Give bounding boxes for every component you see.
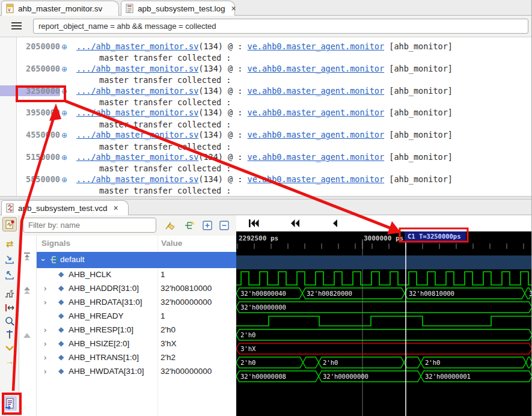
file-link[interactable]: .../ahb_master_monitor.sv	[76, 130, 198, 139]
signal-value: 1	[161, 311, 165, 320]
open-log-link-icon[interactable]	[2, 396, 17, 411]
log-entry[interactable]: 3950000⊕.../ahb_master_monitor.sv(134) @…	[0, 107, 532, 129]
signal-row[interactable]: ›◆AHB_HSIZE[2:0]3'hX	[37, 337, 236, 351]
expand-all-icon[interactable]	[201, 219, 214, 232]
export-signal-icon[interactable]	[2, 268, 17, 283]
cursor-tool-icon[interactable]	[2, 327, 17, 341]
signal-diamond-icon: ◆	[58, 325, 64, 334]
log-entry[interactable]: 4550000⊕.../ahb_master_monitor.sv(134) @…	[0, 129, 532, 151]
log-timestamp[interactable]: 5150000	[0, 151, 60, 162]
waveform-canvas[interactable]: 2292500 ps3000000 ps32'h0080004032'h0082…	[236, 215, 532, 416]
log-timestamp[interactable]: 2050000	[0, 41, 60, 52]
file-link[interactable]: .../ahb_master_monitor.sv	[76, 86, 198, 96]
svg-text:2'h0: 2'h0	[240, 359, 255, 366]
signal-diamond-icon: ◆	[58, 298, 64, 306]
signals-toolbar	[19, 215, 236, 236]
log-timestamp[interactable]: 3250000	[0, 85, 60, 96]
signal-row[interactable]: ›◆AHB_HWDATA[31:0]32'h00000000	[37, 365, 236, 379]
tab-apb-subsystem-test-vcd[interactable]: apb_subsystem_test.vcd ×	[1, 200, 129, 215]
svg-text:3: 3	[529, 290, 532, 297]
chevron-right-icon[interactable]: ›	[44, 284, 46, 293]
signal-row[interactable]: ›◆AHB_HADDR[31:0]32'h00810000	[37, 282, 236, 296]
log-file-icon	[126, 4, 134, 13]
expand-plus-icon[interactable]: ⊕	[61, 153, 67, 162]
close-tab-icon[interactable]: ×	[114, 203, 118, 213]
expand-plus-icon[interactable]: ⊕	[61, 109, 67, 117]
log-timestamp[interactable]: 4550000	[0, 129, 60, 140]
tab-apb-subsystem-test-log[interactable]: apb_subsystem_test.log ×	[121, 1, 235, 16]
tab-ahb-master-monitor[interactable]: v ahb_master_monitor.sv	[1, 1, 119, 16]
zoom-selection-icon[interactable]	[2, 314, 17, 328]
log-filter-input[interactable]	[33, 19, 528, 34]
scroll-up-icon[interactable]	[22, 286, 32, 297]
close-tab-icon[interactable]: ×	[231, 4, 236, 13]
menu-icon[interactable]	[11, 22, 22, 30]
sync-arrows-icon[interactable]: ⇄	[2, 237, 17, 251]
log-entry-detail: master transfer collected :	[0, 141, 532, 152]
chevron-down-icon[interactable]: ⌄	[40, 254, 46, 263]
svg-text:3000000 ps: 3000000 ps	[364, 234, 403, 242]
expand-plus-icon[interactable]: ⊕	[61, 65, 67, 73]
file-link[interactable]: .../ahb_master_monitor.sv	[76, 152, 198, 162]
signal-row[interactable]: ◆AHB_HREADY1	[37, 310, 236, 323]
hierarchy-link[interactable]: ve.ahb0.master_agent.monitor	[248, 130, 385, 139]
collapse-all-icon[interactable]	[218, 219, 231, 232]
expand-plus-icon[interactable]: ⊕	[61, 131, 67, 139]
log-entry[interactable]: 5150000⊕.../ahb_master_monitor.sv(134) @…	[0, 151, 532, 174]
signal-filter-input[interactable]	[23, 218, 156, 233]
hierarchy-link[interactable]: ve.ahb0.master_agent.monitor	[248, 41, 385, 51]
signal-rows: ⌄default◆AHB_HCLK1›◆AHB_HADDR[31:0]32'h0…	[37, 252, 236, 379]
expand-plus-icon[interactable]: ⊕	[61, 43, 67, 51]
log-timestamp[interactable]: 2650000	[0, 63, 60, 74]
svg-text:#: #	[10, 289, 13, 294]
hierarchy-link[interactable]: ve.ahb0.master_agent.monitor	[248, 108, 385, 117]
tab-label: apb_subsystem_test.log	[138, 4, 225, 13]
show-values-icon[interactable]: #	[2, 287, 17, 302]
expand-plus-icon[interactable]: ⊕	[61, 87, 67, 96]
signal-row[interactable]: ›◆AHB_HTRANS[1:0]2'h2	[37, 351, 236, 365]
log-timestamp[interactable]: 3950000	[0, 107, 60, 118]
log-view[interactable]: 2050000⊕.../ahb_master_monitor.sv(134) @…	[0, 37, 532, 196]
scroll-up-page-icon[interactable]	[22, 331, 32, 341]
expand-plus-icon[interactable]: ⊕	[61, 176, 67, 184]
goto-arrow-icon[interactable]: →	[2, 353, 17, 368]
file-link[interactable]: .../ahb_master_monitor.sv	[76, 108, 198, 117]
hierarchy-link[interactable]: ve.ahb0.master_agent.monitor	[248, 64, 385, 73]
chevron-right-icon[interactable]: ›	[44, 353, 46, 362]
log-entry[interactable]: 3250000⊕.../ahb_master_monitor.sv(134) @…	[0, 85, 532, 108]
log-entry[interactable]: 2050000⊕.../ahb_master_monitor.sv(134) @…	[0, 41, 532, 63]
signal-group-row[interactable]: ⌄default	[37, 252, 236, 268]
signal-row[interactable]: ›◆AHB_HRDATA[31:0]32'h00000000	[37, 296, 236, 310]
hierarchy-link[interactable]: ve.ahb0.master_agent.monitor	[248, 86, 385, 96]
log-entry-line1: 3950000⊕.../ahb_master_monitor.sv(134) @…	[0, 107, 532, 118]
log-message: .../ahb_master_monitor.sv(134) @ : ve.ah…	[76, 86, 453, 96]
log-timestamp[interactable]: 5850000	[0, 174, 60, 185]
chevron-right-icon[interactable]: ›	[44, 367, 46, 376]
hierarchy-link[interactable]: ve.ahb0.master_agent.monitor	[248, 174, 385, 184]
import-signal-icon[interactable]	[2, 252, 17, 267]
svg-text:32'h00820000: 32'h00820000	[307, 290, 352, 297]
signals-panel: Signals Value ⌄default◆AHB_HCLK1›◆AHB_HA…	[19, 236, 236, 416]
signal-row[interactable]: ›◆AHB_HRESP[1:0]2'h0	[37, 323, 236, 337]
log-entry[interactable]: 5850000⊕.../ahb_master_monitor.sv(134) @…	[0, 174, 532, 196]
measure-cursor-icon[interactable]	[2, 301, 17, 315]
pin-waveform-icon[interactable]	[2, 217, 17, 231]
log-entry-detail: master transfer collected :	[0, 119, 532, 130]
chevron-right-icon[interactable]: ›	[44, 298, 46, 307]
chevron-right-icon[interactable]: ›	[44, 325, 46, 334]
signal-row[interactable]: ◆AHB_HCLK1	[37, 268, 236, 282]
log-entry[interactable]: 2650000⊕.../ahb_master_monitor.sv(134) @…	[0, 63, 532, 85]
waveform-area[interactable]: 2292500 ps3000000 ps32'h0080004032'h0082…	[236, 215, 532, 416]
log-message: .../ahb_master_monitor.sv(134) @ : ve.ah…	[76, 174, 453, 184]
scroll-top-icon[interactable]	[22, 251, 32, 263]
hierarchy-link[interactable]: ve.ahb0.master_agent.monitor	[248, 152, 385, 162]
file-link[interactable]: .../ahb_master_monitor.sv	[76, 174, 198, 184]
file-link[interactable]: .../ahb_master_monitor.sv	[76, 64, 198, 73]
link-signals-icon[interactable]	[183, 219, 196, 232]
signal-value: 1	[161, 270, 165, 279]
chevron-right-icon[interactable]: ›	[44, 339, 46, 348]
clear-filter-broom-icon[interactable]	[164, 219, 177, 232]
file-link[interactable]: .../ahb_master_monitor.sv	[76, 41, 198, 51]
line-info: (134) @ :	[198, 108, 247, 117]
signal-diamond-icon: ◆	[58, 311, 64, 320]
